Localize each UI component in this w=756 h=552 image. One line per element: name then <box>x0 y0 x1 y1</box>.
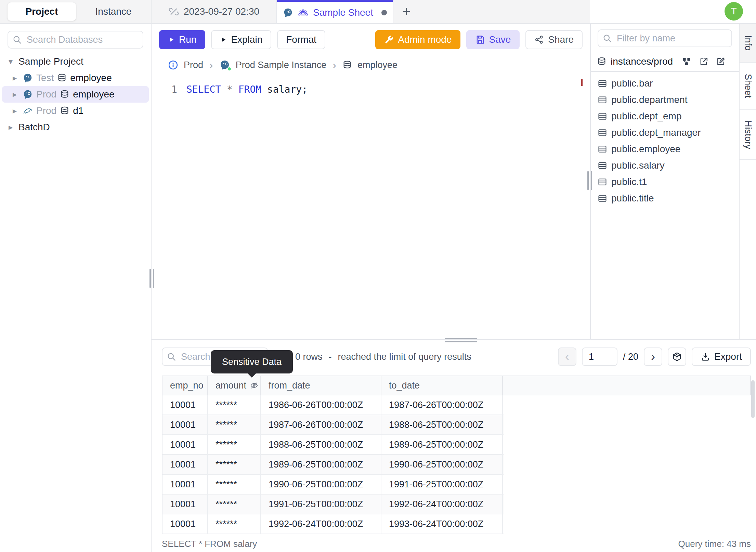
table-scrollbar[interactable] <box>751 380 755 418</box>
page-number-input[interactable] <box>582 347 617 366</box>
prev-page-button[interactable]: ‹ <box>558 347 576 366</box>
database-icon <box>597 57 607 66</box>
table-row[interactable]: 10001******1989-06-25T00:00:00Z1990-06-2… <box>162 455 504 475</box>
list-item-table[interactable]: public.salary <box>591 157 739 174</box>
table-list: public.bar public.department public.dept… <box>591 72 739 207</box>
tab-unsaved-sheet[interactable]: 2023-09-27 02:30 <box>152 0 277 23</box>
run-button[interactable]: Run <box>159 30 205 49</box>
tab-info[interactable]: Info <box>740 24 756 63</box>
table-icon <box>598 177 607 187</box>
sql-identifier: salary; <box>267 84 308 95</box>
tree-node-batchd[interactable]: ▸ BatchD <box>0 119 151 135</box>
visualize-button[interactable] <box>668 347 686 366</box>
save-icon <box>475 35 485 44</box>
tab-history[interactable]: History <box>740 110 756 160</box>
filter-by-name-input[interactable] <box>598 29 732 47</box>
cell-to-date: 1988-06-25T00:00:00Z <box>381 415 503 434</box>
database-tree: ▾ Sample Project ▸ Test employee ▸ Prod … <box>0 53 151 135</box>
tree-node-prod-d1[interactable]: ▸ Prod d1 <box>0 103 151 119</box>
sensitive-data-tooltip: Sensitive Data <box>211 350 293 373</box>
breadcrumb-environment[interactable]: Prod <box>184 60 203 70</box>
caret-down-icon: ▾ <box>6 57 15 66</box>
query-time: Query time: 43 ms <box>678 539 751 549</box>
list-item-table[interactable]: public.department <box>591 92 739 108</box>
tab-instance[interactable]: Instance <box>76 6 151 17</box>
side-tab-strip: Info Sheet History <box>739 24 756 339</box>
list-item-table[interactable]: public.employee <box>591 141 739 157</box>
list-item-table[interactable]: public.bar <box>591 75 739 92</box>
save-button[interactable]: Save <box>466 30 520 49</box>
share-label: Share <box>548 34 574 45</box>
results-status-bar: SELECT * FROM salary Query time: 43 ms <box>162 539 751 549</box>
eye-off-icon[interactable] <box>250 381 259 390</box>
search-databases-input[interactable] <box>8 31 143 49</box>
sidebar-resize-handle[interactable] <box>149 269 154 288</box>
tab-sheet[interactable]: Sheet <box>740 63 756 110</box>
external-link-icon[interactable] <box>699 57 708 66</box>
avatar[interactable]: T <box>725 2 743 21</box>
tab-sample-sheet[interactable]: Sample Sheet <box>277 0 393 23</box>
cell-to-date: 1991-06-25T00:00:00Z <box>381 475 503 494</box>
group-icon <box>298 8 308 18</box>
cell-emp-no: 10001 <box>162 435 208 454</box>
results-resize-handle[interactable] <box>445 338 477 342</box>
column-header-label: emp_no <box>170 380 204 391</box>
run-label: Run <box>179 34 196 45</box>
export-button[interactable]: Export <box>692 347 751 366</box>
column-header-filler <box>503 376 750 395</box>
tree-node-sample-project[interactable]: ▾ Sample Project <box>0 53 151 70</box>
schema-panel-resize-handle[interactable] <box>587 171 592 190</box>
table-row[interactable]: 10001******1990-06-25T00:00:00Z1991-06-2… <box>162 475 504 495</box>
schema-filter <box>598 29 732 47</box>
caret-right-icon: ▸ <box>10 73 19 83</box>
database-search <box>8 31 143 49</box>
tree-node-prod-employee-selected[interactable]: ▸ Prod employee <box>2 86 149 103</box>
info-icon[interactable] <box>168 60 178 70</box>
table-icon <box>598 144 607 154</box>
list-item-table[interactable]: public.title <box>591 190 739 207</box>
cell-from-date: 1986-06-26T00:00:00Z <box>261 395 381 415</box>
next-page-button[interactable]: › <box>644 347 662 366</box>
breadcrumb-database[interactable]: employee <box>357 60 397 70</box>
table-row[interactable]: 10001******1992-06-24T00:00:00Z1993-06-2… <box>162 514 504 534</box>
schema-diagram-icon[interactable] <box>682 57 691 66</box>
table-row[interactable]: 10001******1991-06-25T00:00:00Z1992-06-2… <box>162 495 504 514</box>
table-name: public.dept_manager <box>611 127 701 138</box>
edit-icon[interactable] <box>716 57 726 66</box>
column-header[interactable]: to_date <box>381 376 503 395</box>
cell-from-date: 1989-06-25T00:00:00Z <box>261 455 381 474</box>
sidebar-tab-switcher: Project Instance <box>0 0 151 24</box>
sheet-tab-bar: 2023-09-27 02:30 Sample Sheet + <box>152 0 590 24</box>
rows-count: 0 rows <box>295 352 323 362</box>
table-row[interactable]: 10001******1986-06-26T00:00:00Z1987-06-2… <box>162 395 504 415</box>
sql-editor[interactable]: 1 SELECT * FROM salary; <box>152 75 590 339</box>
cell-from-date: 1987-06-26T00:00:00Z <box>261 415 381 434</box>
list-item-table[interactable]: public.dept_emp <box>591 108 739 124</box>
explain-button[interactable]: Explain <box>211 30 271 49</box>
sql-operator: * <box>227 84 233 95</box>
list-item-table[interactable]: public.t1 <box>591 174 739 190</box>
caret-right-icon: ▸ <box>6 122 15 132</box>
table-row[interactable]: 10001******1988-06-25T00:00:00Z1989-06-2… <box>162 435 504 455</box>
sql-code-line[interactable]: SELECT * FROM salary; <box>186 84 308 95</box>
column-header[interactable]: amount <box>208 376 261 395</box>
share-button[interactable]: Share <box>525 30 583 49</box>
tab-project[interactable]: Project <box>8 2 76 21</box>
unsaved-indicator-dot <box>381 10 387 15</box>
column-header[interactable]: emp_no <box>162 376 208 395</box>
format-button[interactable]: Format <box>277 30 325 49</box>
tab-sheet-label: Sheet <box>743 74 753 98</box>
project-label: BatchD <box>18 122 50 133</box>
search-icon <box>602 34 612 43</box>
table-icon <box>598 95 607 105</box>
breadcrumb-instance[interactable]: Prod Sample Instance <box>236 60 327 70</box>
tree-node-test-employee[interactable]: ▸ Test employee <box>0 70 151 86</box>
list-item-table[interactable]: public.dept_manager <box>591 124 739 141</box>
admin-mode-button[interactable]: Admin mode <box>375 30 460 49</box>
column-header[interactable]: from_date <box>261 376 381 395</box>
schema-path: instances/prod <box>611 56 673 67</box>
add-sheet-button[interactable]: + <box>393 0 419 23</box>
search-icon <box>12 35 22 44</box>
left-sidebar: Project Instance ▾ Sample Project ▸ Test… <box>0 0 152 552</box>
table-row[interactable]: 10001******1987-06-26T00:00:00Z1988-06-2… <box>162 415 504 435</box>
